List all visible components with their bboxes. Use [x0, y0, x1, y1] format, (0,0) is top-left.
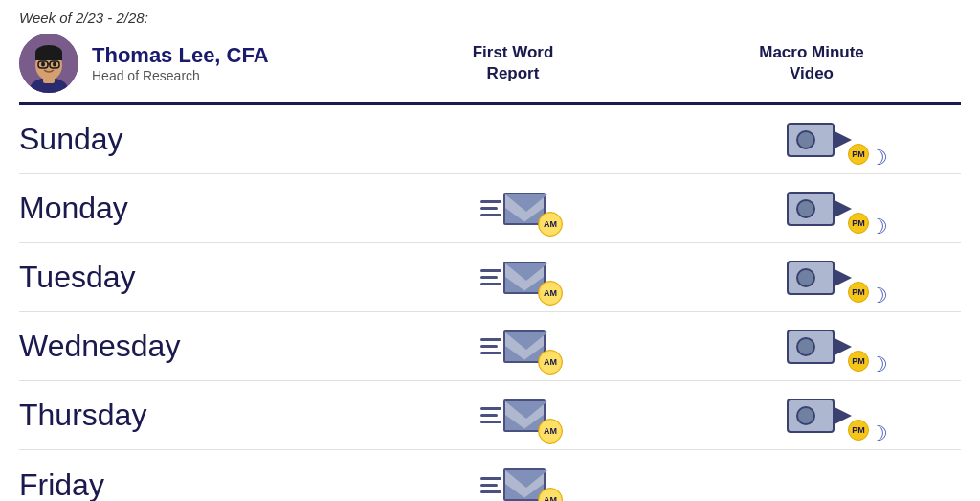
am-sun-badge: AM	[538, 212, 563, 237]
moon-icon: ☽	[869, 146, 888, 171]
sunday-video-group: PM ☽	[787, 123, 856, 157]
avatar	[19, 34, 78, 93]
friday-email-group: AM	[480, 468, 546, 501]
col2-header: Macro MinuteVideo	[662, 42, 961, 84]
monday-video-group: PM ☽	[787, 192, 856, 226]
table-row: Thursday AM	[19, 381, 961, 450]
am-sun-badge: AM	[538, 419, 563, 444]
table-row: Wednesday AM	[19, 312, 961, 381]
day-sunday: Sunday	[19, 112, 364, 167]
thursday-video-cell[interactable]: PM ☽	[662, 391, 961, 441]
svg-marker-14	[833, 337, 852, 356]
am-sun-badge: AM	[538, 350, 563, 375]
table-row: Sunday PM ☽	[19, 105, 961, 174]
day-monday: Monday	[19, 181, 364, 236]
day-tuesday: Tuesday	[19, 250, 364, 305]
tuesday-video-cell[interactable]: PM ☽	[662, 253, 961, 303]
wednesday-email-cell[interactable]: AM	[364, 323, 662, 371]
sunday-video-cell[interactable]: PM ☽	[662, 115, 961, 165]
svg-rect-5	[35, 53, 62, 60]
col1-header: First WordReport	[364, 42, 662, 84]
day-thursday: Thursday	[19, 388, 364, 443]
schedule-table: Sunday PM ☽ Monday	[19, 105, 961, 501]
camera-icon	[787, 192, 835, 226]
table-row: Friday AM	[19, 450, 961, 501]
camera-icon	[787, 123, 835, 157]
email-lines-icon	[480, 338, 501, 354]
email-lines-icon	[480, 407, 501, 423]
am-sun-badge: AM	[538, 281, 563, 306]
friday-email-cell[interactable]: AM	[364, 461, 662, 501]
moon-icon: ☽	[869, 215, 888, 239]
email-lines-icon	[480, 477, 501, 493]
svg-point-7	[53, 62, 56, 67]
analyst-text: Thomas Lee, CFA Head of Research	[92, 43, 269, 83]
monday-email-cell[interactable]: AM	[364, 185, 662, 233]
day-friday: Friday	[19, 458, 364, 502]
tuesday-video-group: PM ☽	[787, 261, 856, 295]
pm-badge: PM	[848, 420, 869, 441]
sunday-email-cell[interactable]	[364, 132, 662, 148]
camera-lens-icon	[796, 268, 815, 287]
email-lines-icon	[480, 200, 501, 216]
monday-video-cell[interactable]: PM ☽	[662, 184, 961, 234]
svg-point-6	[41, 62, 45, 67]
thursday-email-cell[interactable]: AM	[364, 392, 662, 440]
thursday-email-group: AM	[480, 399, 546, 432]
day-wednesday: Wednesday	[19, 319, 364, 374]
table-row: Monday AM	[19, 174, 961, 243]
wednesday-video-cell[interactable]: PM ☽	[662, 322, 961, 372]
tuesday-email-group: AM	[480, 262, 546, 294]
analyst-title: Head of Research	[92, 68, 269, 83]
svg-marker-12	[833, 199, 852, 218]
moon-icon: ☽	[869, 421, 888, 446]
moon-icon: ☽	[869, 353, 888, 377]
table-row: Tuesday AM	[19, 243, 961, 312]
friday-video-cell	[662, 477, 961, 492]
thursday-video-group: PM ☽	[787, 399, 856, 433]
camera-lens-icon	[796, 199, 815, 218]
analyst-name: Thomas Lee, CFA	[92, 43, 269, 68]
camera-lens-icon	[796, 406, 815, 425]
am-sun-badge: AM	[538, 488, 563, 501]
email-lines-icon	[480, 269, 501, 285]
header-row: Thomas Lee, CFA Head of Research First W…	[19, 34, 961, 105]
pm-badge: PM	[848, 282, 869, 303]
camera-icon	[787, 399, 835, 433]
svg-marker-15	[833, 406, 852, 425]
page-container: Week of 2/23 - 2/28:	[0, 0, 980, 501]
camera-icon	[787, 261, 835, 295]
svg-marker-11	[833, 130, 852, 149]
monday-email-group: AM	[480, 193, 546, 225]
camera-icon	[787, 330, 835, 364]
svg-marker-13	[833, 268, 852, 287]
camera-lens-icon	[796, 130, 815, 149]
pm-badge: PM	[848, 213, 869, 234]
analyst-info: Thomas Lee, CFA Head of Research	[19, 34, 364, 93]
week-label: Week of 2/23 - 2/28:	[19, 10, 961, 26]
camera-lens-icon	[796, 337, 815, 356]
tuesday-email-cell[interactable]: AM	[364, 254, 662, 302]
pm-badge: PM	[848, 351, 869, 372]
moon-icon: ☽	[869, 284, 888, 308]
pm-badge: PM	[848, 144, 869, 165]
wednesday-video-group: PM ☽	[787, 330, 856, 364]
wednesday-email-group: AM	[480, 330, 546, 363]
